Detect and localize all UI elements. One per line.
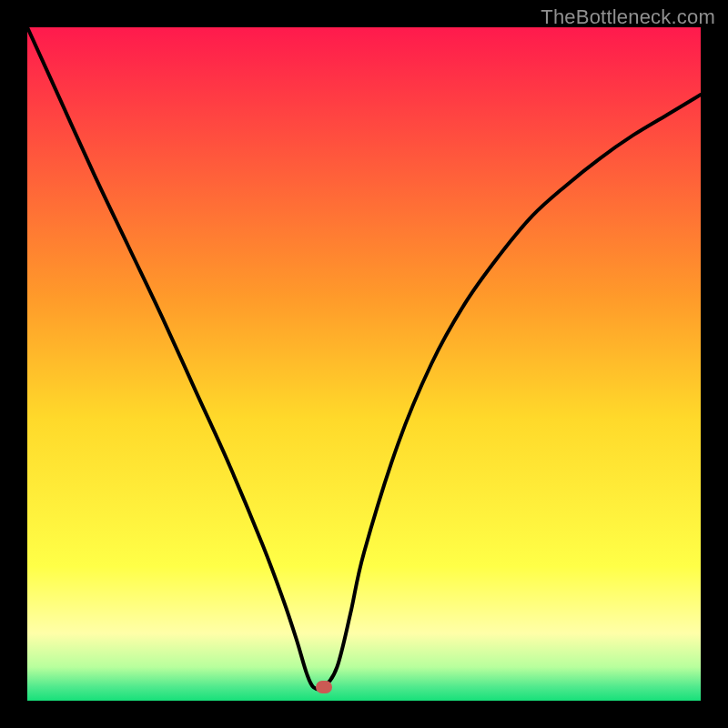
watermark-text: TheBottleneck.com (541, 5, 715, 29)
gradient-rect (27, 27, 701, 701)
chart-frame: TheBottleneck.com (0, 0, 728, 728)
gradient-background (27, 27, 701, 701)
plot-area (27, 27, 701, 701)
bottleneck-marker (316, 681, 332, 693)
